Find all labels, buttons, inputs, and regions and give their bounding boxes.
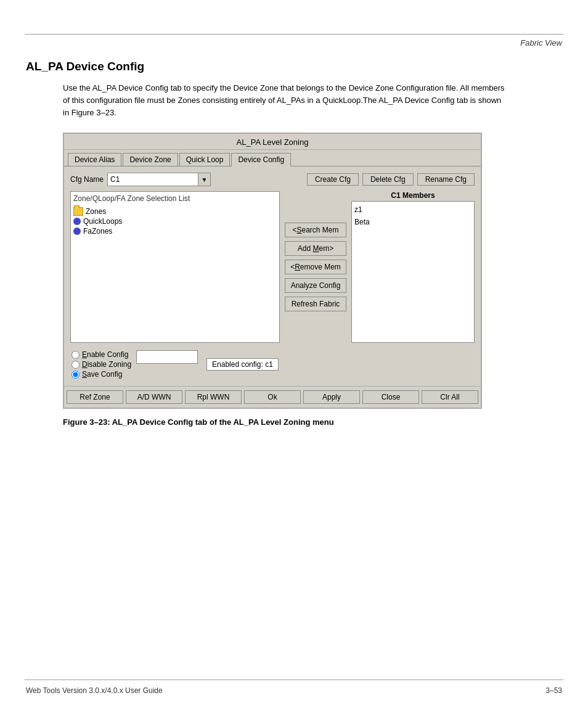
tab-content: Cfg Name ▼ Create Cfg Delete Cfg Rename … <box>64 166 481 386</box>
tab-quick-loop[interactable]: Quick Loop <box>179 153 231 166</box>
members-panel: z1 Beta <box>351 201 475 343</box>
main-content: AL_PA Device Config Use the AL_PA Device… <box>0 47 588 439</box>
left-panel-title: Zone/QLoop/FA Zone Selection List <box>73 194 277 203</box>
page-description: Use the AL_PA Device Config tab to speci… <box>63 82 507 119</box>
rpl-wwn-button[interactable]: Rpl WWN <box>185 390 242 404</box>
right-panel-container: C1 Members z1 Beta <box>351 191 475 343</box>
remove-mem-button[interactable]: <Remove Mem <box>285 260 346 274</box>
cfg-name-row: Cfg Name ▼ Create Cfg Delete Cfg Rename … <box>70 173 475 186</box>
ref-zone-button[interactable]: Ref Zone <box>67 390 123 404</box>
tree-label-fazones: FaZones <box>83 227 112 236</box>
radio-disable-zoning: Disable Zoning <box>71 360 131 369</box>
radio-save-config-input[interactable] <box>71 371 80 379</box>
footer-right: 3–53 <box>545 686 562 695</box>
search-mem-button[interactable]: <Search Mem <box>285 223 346 237</box>
cfg-name-input-group: ▼ <box>107 173 211 186</box>
folder-icon <box>73 207 83 216</box>
radio-enable-config-input[interactable] <box>71 351 80 359</box>
refresh-fabric-button[interactable]: Refresh Fabric <box>285 297 346 311</box>
dialog-box: AL_PA Level Zoning Device Alias Device Z… <box>63 133 482 409</box>
radio-save-config: Save Config <box>71 370 131 379</box>
section-title: Fabric View <box>0 35 588 47</box>
circle-icon-fazones <box>73 228 81 235</box>
radio-group: Enable Config Disable Zoning Save Config <box>71 350 131 379</box>
member-item-z1: z1 <box>354 204 472 216</box>
radio-enable-config: Enable Config <box>71 350 131 359</box>
page-title: AL_PA Device Config <box>26 60 562 73</box>
analyze-config-button[interactable]: Analyze Config <box>285 278 346 293</box>
cfg-name-label: Cfg Name <box>70 175 104 184</box>
members-title: C1 Members <box>351 191 475 200</box>
panel-area: Zone/QLoop/FA Zone Selection List Zones … <box>70 191 475 343</box>
middle-buttons: <Search Mem Add Mem> <Remove Mem Analyze… <box>285 191 346 343</box>
ok-button[interactable]: Ok <box>244 390 301 404</box>
create-cfg-button[interactable]: Create Cfg <box>307 173 359 186</box>
circle-icon-quickloops <box>73 218 81 225</box>
tree-label-quickloops: QuickLoops <box>83 217 122 226</box>
tab-bar: Device Alias Device Zone Quick Loop Devi… <box>64 150 481 166</box>
rename-cfg-button[interactable]: Rename Cfg <box>417 173 475 186</box>
radio-save-config-label: Save Config <box>82 370 122 379</box>
radio-disable-zoning-input[interactable] <box>71 361 80 369</box>
action-buttons: Ref Zone A/D WWN Rpl WWN Ok Apply Close … <box>64 386 481 408</box>
dialog-title: AL_PA Level Zoning <box>64 134 481 150</box>
tree-item-fazones: FaZones <box>73 226 277 236</box>
cfg-name-dropdown[interactable]: ▼ <box>198 173 211 186</box>
left-panel-wrapper: Zone/QLoop/FA Zone Selection List Zones … <box>70 191 280 343</box>
ad-wwn-button[interactable]: A/D WWN <box>126 390 182 404</box>
cfg-buttons-group: Create Cfg Delete Cfg Rename Cfg <box>307 173 475 186</box>
apply-button[interactable]: Apply <box>303 390 360 404</box>
tree-item-quickloops: QuickLoops <box>73 216 277 226</box>
tab-device-zone[interactable]: Device Zone <box>123 153 178 166</box>
footer-divider <box>25 679 563 680</box>
close-button[interactable]: Close <box>362 390 419 404</box>
radio-disable-zoning-label: Disable Zoning <box>82 360 131 369</box>
clr-all-button[interactable]: Clr All <box>422 390 478 404</box>
bottom-options: Enable Config Disable Zoning Save Config… <box>70 348 475 381</box>
footer-left: Web Tools Version 3.0.x/4.0.x User Guide <box>26 686 163 695</box>
tab-device-config[interactable]: Device Config <box>231 153 291 166</box>
enabled-status: Enabled config: c1 <box>206 358 279 371</box>
add-mem-button[interactable]: Add Mem> <box>285 241 346 256</box>
tab-device-alias[interactable]: Device Alias <box>68 153 121 166</box>
footer: Web Tools Version 3.0.x/4.0.x User Guide… <box>0 686 588 695</box>
radio-enable-config-label: Enable Config <box>82 350 128 359</box>
member-item-beta: Beta <box>354 216 472 228</box>
config-text-input[interactable] <box>136 350 198 364</box>
tree-item-zones: Zones <box>73 207 277 216</box>
tree-label-zones: Zones <box>86 207 106 216</box>
figure-caption: Figure 3–23: AL_PA Device Config tab of … <box>63 417 562 427</box>
left-panel: Zone/QLoop/FA Zone Selection List Zones … <box>70 191 280 343</box>
delete-cfg-button[interactable]: Delete Cfg <box>362 173 414 186</box>
cfg-name-field[interactable] <box>107 173 198 186</box>
